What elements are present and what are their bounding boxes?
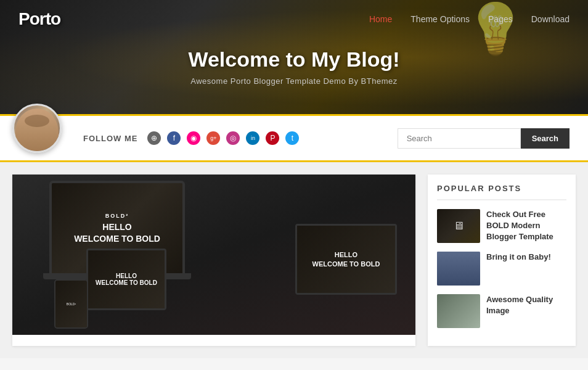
- nav-link-download[interactable]: Download: [531, 14, 570, 24]
- search-section: Search: [398, 128, 570, 149]
- nav-link-pages[interactable]: Pages: [488, 14, 513, 24]
- right-hello: HELLOWELCOME TO BOLD: [312, 250, 380, 268]
- list-item: 🖥 Check Out Free BOLD Modern Blogger Tem…: [437, 209, 566, 243]
- facebook-icon[interactable]: f: [167, 131, 181, 145]
- nav-links: Home Theme Options Pages Download: [369, 14, 570, 25]
- tablet-screen: HELLOWELCOME TO BOLD: [88, 250, 165, 308]
- right-screen: HELLOWELCOME TO BOLD: [297, 226, 395, 293]
- nav-item-download[interactable]: Download: [531, 14, 570, 25]
- list-item: Awesome Quality Image: [437, 294, 566, 328]
- sidebar: POPULAR POSTS 🖥 Check Out Free BOLD Mode…: [428, 175, 576, 346]
- list-item: Bring it on Baby!: [437, 252, 566, 286]
- device-tablet: HELLOWELCOME TO BOLD: [86, 249, 166, 310]
- profile-bar: FOLLOW ME ⊕ f ◉ g+ ◎ in P t Search: [0, 116, 588, 162]
- device-phone: BOLD²: [54, 279, 88, 329]
- post-title-1[interactable]: Check Out Free BOLD Modern Blogger Templ…: [486, 209, 566, 243]
- site-logo[interactable]: Porto: [18, 9, 60, 29]
- nav-link-home[interactable]: Home: [369, 14, 392, 24]
- gplus-icon[interactable]: g+: [206, 131, 220, 145]
- nav-item-theme[interactable]: Theme Options: [410, 14, 470, 25]
- mockup-container: BOLD² HELLOWELCOME TO BOLD HELLOWELCOME …: [12, 175, 415, 335]
- search-input[interactable]: [398, 128, 521, 149]
- main-nav: Porto Home Theme Options Pages Download: [0, 0, 588, 38]
- hero-content: Welcome to My Blog! Awesome Porto Blogge…: [188, 47, 399, 86]
- post-title-3[interactable]: Awesome Quality Image: [486, 294, 566, 316]
- post-info-2: Bring it on Baby!: [486, 252, 566, 263]
- phone-screen: BOLD²: [55, 281, 87, 327]
- blog-post: BOLD² HELLOWELCOME TO BOLD HELLOWELCOME …: [12, 175, 415, 346]
- phone-text: BOLD²: [67, 302, 76, 306]
- avatar: [12, 104, 62, 153]
- laptop-logo: BOLD²: [105, 213, 129, 219]
- tablet-hello: HELLOWELCOME TO BOLD: [96, 273, 157, 286]
- post-thumbnail-1: 🖥: [437, 209, 480, 243]
- nav-item-pages[interactable]: Pages: [488, 14, 513, 25]
- post-thumbnail-2: [437, 252, 480, 286]
- pinterest-icon[interactable]: P: [266, 131, 279, 145]
- instagram-icon[interactable]: ◎: [226, 131, 240, 145]
- post-info-3: Awesome Quality Image: [486, 294, 566, 316]
- nav-item-home[interactable]: Home: [369, 14, 392, 25]
- hero-title: Welcome to My Blog!: [188, 47, 399, 72]
- widget-title: POPULAR POSTS: [437, 184, 566, 200]
- search-button[interactable]: Search: [521, 128, 570, 149]
- post-thumbnail-3: [437, 294, 480, 328]
- popular-posts-widget: POPULAR POSTS 🖥 Check Out Free BOLD Mode…: [428, 175, 576, 346]
- post-image: BOLD² HELLOWELCOME TO BOLD HELLOWELCOME …: [12, 175, 415, 335]
- post-title-2[interactable]: Bring it on Baby!: [486, 252, 566, 263]
- post-info-1: Check Out Free BOLD Modern Blogger Templ…: [486, 209, 566, 243]
- avatar-face: [15, 109, 59, 154]
- device-right: HELLOWELCOME TO BOLD: [295, 224, 397, 295]
- twitter-icon[interactable]: t: [285, 131, 299, 145]
- social-icons: ⊕ f ◉ g+ ◎ in P t: [147, 131, 299, 145]
- thumb-icon-1: 🖥: [453, 220, 464, 232]
- linkedin-icon[interactable]: in: [246, 131, 259, 145]
- flickr-icon[interactable]: ◉: [187, 131, 200, 145]
- hero-subtitle: Awesome Porto Blogger Template Demo By B…: [188, 76, 399, 86]
- main-content: BOLD² HELLOWELCOME TO BOLD HELLOWELCOME …: [0, 162, 588, 358]
- laptop-hello: HELLOWELCOME TO BOLD: [74, 221, 160, 244]
- nav-link-theme[interactable]: Theme Options: [410, 14, 470, 24]
- follow-label: FOLLOW ME: [83, 134, 137, 143]
- follow-section: FOLLOW ME ⊕ f ◉ g+ ◎ in P t: [83, 131, 299, 145]
- hero-section: Porto Home Theme Options Pages Download …: [0, 0, 588, 114]
- globe-icon[interactable]: ⊕: [147, 131, 161, 145]
